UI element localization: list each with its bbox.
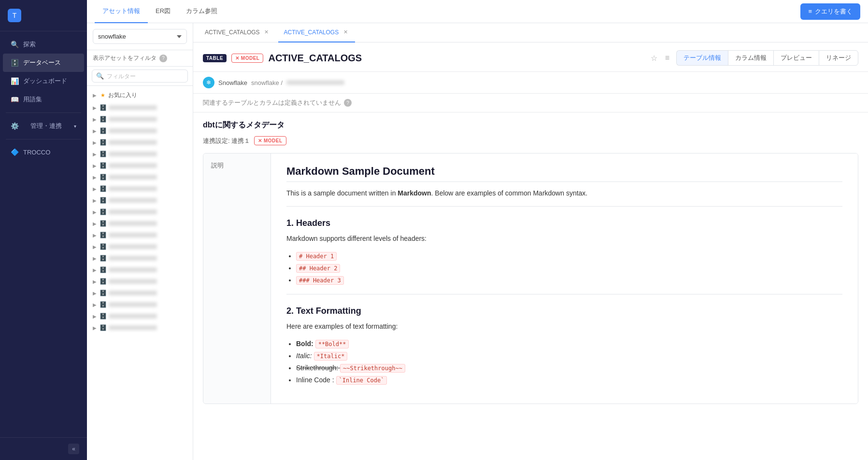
list-item[interactable]: ▶🗄️ [87,171,193,183]
sidebar-item-trocco[interactable]: 🔷 TROCCO [3,143,84,161]
sidebar-item-search[interactable]: 🔍 探索 [3,35,84,54]
list-item[interactable]: ▶🗄️ [87,310,193,322]
list-item[interactable]: ▶🗄️ [87,322,193,334]
sidebar-collapse-button[interactable]: « [68,444,79,454]
star-button[interactable]: ☆ [649,52,659,65]
desc-label: 説明 [211,162,224,169]
md-separator [286,206,842,207]
desc-label-panel: 説明 [203,153,271,404]
source-row: ❄ Snowflake snowflake / [193,72,868,94]
list-item: Inline Code : `Inline Code` [296,374,842,386]
left-panel-header: snowflake bigquery redshift [87,23,193,50]
sidebar-item-label: 管理・連携 [30,122,62,130]
sidebar-item-label: TROCCO [23,149,50,156]
detail-tabs: テーブル情報 カラム情報 プレビュー リネージ [676,50,858,66]
code-inline: ## Header 2 [296,264,340,273]
list-button[interactable]: ≡ [663,52,671,64]
sidebar-item-label: 探索 [23,40,36,49]
tab-close-2[interactable]: ✕ [342,28,349,36]
list-item: Italic: *Italic* [296,350,842,362]
tab-item-2[interactable]: ACTIVE_CATALOGS ✕ [278,23,356,42]
favorites-label: お気に入り [108,91,137,99]
logo-icon: T [8,9,21,22]
help-icon[interactable]: ? [159,55,167,62]
code-inline: # Header 1 [296,252,337,261]
markdown-panel: Markdown Sample Document This is a sampl… [271,153,858,404]
snowflake-icon: ❄ [203,77,214,88]
detail-tab-lineage[interactable]: リネージ [819,50,858,66]
tab-item-1[interactable]: ACTIVE_CATALOGS ✕ [199,23,276,42]
list-item[interactable]: ▶🗄️ [87,113,193,125]
sidebar-item-management[interactable]: ⚙️ 管理・連携 ▾ [3,117,84,135]
list-item[interactable]: ▶🗄️ [87,160,193,171]
tab-label: ACTIVE_CATALOGS [205,29,260,36]
table-name: ACTIVE_CATALOGS [268,53,643,64]
tab-label: ACTIVE_CATALOGS [284,29,339,36]
tab-close-1[interactable]: ✕ [263,28,270,36]
list-item: ### Header 3 [296,274,842,286]
tree-area: ▶ ★ お気に入り ▶🗄️ ▶🗄️ ▶🗄️ ▶🗄️ ▶🗄️ ▶🗄️ ▶🗄️ ▶🗄… [87,86,193,460]
list-item[interactable]: ▶🗄️ [87,264,193,276]
list-item[interactable]: ▶🗄️ [87,276,193,287]
dbt-section: dbtに関するメタデータ 連携設定: 連携１ ✕ MODEL 説明 Markdo… [193,112,868,412]
database-icon: 🗄️ [11,59,18,67]
list-item[interactable]: ▶🗄️ [87,218,193,229]
no-relations-text: 関連するテーブルとカラムは定義されていません [203,98,341,107]
md-h1: Markdown Sample Document [286,165,842,182]
query-button[interactable]: ≡ クエリを書く [800,3,860,20]
bold-label: Bold: [296,340,315,348]
code-inline: `Inline Code` [336,376,387,385]
tab-column-ref[interactable]: カラム参照 [178,0,225,23]
md-headers-list: # Header 1 ## Header 2 ### Header 3 [286,250,842,287]
dashboard-icon: 📊 [11,77,18,85]
query-icon: ≡ [808,8,812,15]
dbt-model-badge: ✕ MODEL [254,136,286,145]
list-item[interactable]: ▶🗄️ [87,252,193,264]
tab-asset-info[interactable]: アセット情報 [95,0,148,23]
nav-divider [6,112,81,113]
help-icon-relations[interactable]: ? [344,99,352,107]
favorites-item[interactable]: ▶ ★ お気に入り [87,89,193,102]
sidebar-item-label: 用語集 [23,95,42,104]
tabs-bar: ACTIVE_CATALOGS ✕ ACTIVE_CATALOGS ✕ [193,23,868,42]
list-item[interactable]: ▶🗄️ [87,102,193,113]
sidebar-nav: 🔍 探索 🗄️ データベース 📊 ダッシュボード 📖 用語集 ⚙️ 管理・連携 … [0,31,87,437]
code-label: Inline Code : [296,376,336,384]
list-item[interactable]: ▶🗄️ [87,299,193,310]
list-item[interactable]: ▶🗄️ [87,229,193,241]
sidebar-item-database[interactable]: 🗄️ データベース [3,54,84,72]
list-item[interactable]: ▶🗄️ [87,195,193,206]
list-item[interactable]: ▶🗄️ [87,206,193,218]
list-item[interactable]: ▶🗄️ [87,148,193,160]
source-path: snowflake / [251,79,283,86]
code-inline: ### Header 3 [296,276,344,285]
database-selector[interactable]: snowflake bigquery redshift [93,29,187,44]
book-icon: 📖 [11,96,18,103]
detail-tab-preview[interactable]: プレビュー [773,50,819,66]
tab-er-diagram[interactable]: ER図 [148,0,178,23]
sidebar-item-glossary[interactable]: 📖 用語集 [3,90,84,109]
list-item: # Header 1 [296,250,842,262]
filter-input-wrap: 🔍 [92,70,188,83]
md-h2-formatting: 2. Text Formatting [286,306,842,316]
list-item: ## Header 2 [296,262,842,274]
source-name: Snowflake [218,79,247,86]
list-item[interactable]: ▶🗄️ [87,241,193,252]
filter-search-icon: 🔍 [96,72,104,80]
filter-input[interactable] [107,73,184,80]
md-headers-intro: Markdown supports different levels of he… [286,233,842,244]
sidebar-item-dashboard[interactable]: 📊 ダッシュボード [3,72,84,90]
detail-tab-table-info[interactable]: テーブル情報 [676,50,728,66]
list-item: Bold: **Bold** [296,338,842,350]
list-item[interactable]: ▶🗄️ [87,183,193,195]
list-item[interactable]: ▶🗄️ [87,287,193,299]
badge-table: TABLE [203,54,227,62]
list-item[interactable]: ▶🗄️ [87,137,193,148]
list-item[interactable]: ▶🗄️ [87,125,193,137]
chevron-down-icon: ▾ [74,124,76,129]
code-inline: *Italic* [314,352,348,361]
dbt-section-title: dbtに関するメタデータ [203,120,858,130]
no-relations: 関連するテーブルとカラムは定義されていません ? [193,94,868,112]
list-item: Strikethrough: ~~Strikethrough~~ [296,362,842,374]
detail-tab-column-info[interactable]: カラム情報 [728,50,773,66]
